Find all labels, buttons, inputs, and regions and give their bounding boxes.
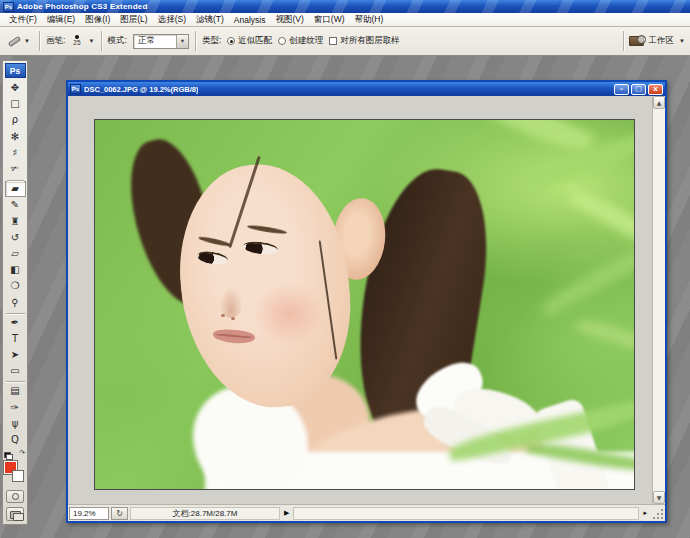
lasso-tool[interactable]: ρ	[5, 112, 26, 128]
menu-item[interactable]: 选择(S)	[153, 13, 191, 27]
scroll-right-icon[interactable]: ▸	[641, 509, 649, 517]
blend-mode-select[interactable]: 正常 ▼	[133, 34, 189, 49]
move-tool[interactable]: ✥	[5, 80, 26, 96]
options-bar: ▼ 画笔: 25 ▼ 模式: 正常 ▼ 类型: 近似匹配 创建纹理 对所有图层取…	[0, 27, 690, 56]
eyedropper-tool[interactable]: ✑	[5, 400, 26, 416]
bamboo-leaf	[567, 184, 635, 256]
zoom-tool[interactable]: Q	[5, 432, 26, 448]
horizontal-scrollbar[interactable]	[293, 507, 639, 520]
background-color-swatch[interactable]	[12, 470, 24, 482]
photoshop-window: Ps Adobe Photoshop CS3 Extended 文件(F)编辑(…	[0, 0, 690, 538]
divider	[101, 31, 102, 51]
tool-icon: ✒	[11, 318, 19, 328]
chevron-down-icon[interactable]: ▼	[89, 38, 95, 44]
maximize-button[interactable]: □	[631, 84, 646, 95]
crop-tool[interactable]: ♯	[5, 145, 26, 161]
eraser-tool[interactable]: ▱	[5, 246, 26, 262]
girl-nostril	[231, 317, 235, 320]
tool-icon: T	[12, 334, 18, 344]
chevron-down-icon: ▼	[176, 35, 188, 48]
vertical-scrollbar[interactable]: ▲ ▼	[652, 96, 665, 504]
dodge-tool[interactable]: ⚲	[5, 294, 26, 310]
radio-label: 创建纹理	[289, 35, 323, 47]
rectangular-marquee-tool[interactable]: □	[5, 96, 26, 112]
tool-icon: ◧	[10, 265, 19, 275]
quick-mask-button[interactable]	[6, 490, 24, 503]
tool-icon: ➤	[11, 350, 19, 360]
radio-icon	[227, 37, 235, 45]
menu-item[interactable]: 窗口(W)	[309, 13, 350, 27]
close-button[interactable]: x	[648, 84, 663, 95]
workspace-button-label[interactable]: 工作区	[649, 35, 675, 47]
pen-tool[interactable]: ✒	[5, 315, 26, 331]
photo-canvas[interactable]	[94, 119, 635, 490]
document-window: Ps DSC_0062.JPG @ 19.2%(RGB/8) – □ x	[66, 80, 667, 523]
menu-item[interactable]: 文件(F)	[4, 13, 42, 27]
history-brush-tool[interactable]: ↺	[5, 230, 26, 246]
tool-icon: ↺	[11, 233, 19, 243]
mode-label: 模式:	[108, 35, 127, 47]
gradient-tool[interactable]: ◧	[5, 262, 26, 278]
app-icon: Ps	[3, 2, 14, 12]
photoshop-logo: Ps	[5, 63, 26, 78]
path-selection-tool[interactable]: ➤	[5, 347, 26, 363]
radio-label: 近似匹配	[238, 35, 272, 47]
brush-size-value: 25	[73, 40, 80, 47]
menu-item[interactable]: Analysis	[229, 14, 271, 26]
hand-tool[interactable]: ψ	[5, 416, 26, 432]
status-menu-arrow-icon[interactable]: ▶	[282, 509, 291, 517]
zoom-level-input[interactable]: 19.2%	[69, 507, 109, 520]
tool-icon: ψ	[12, 419, 19, 429]
document-title: DSC_0062.JPG @ 19.2%(RGB/8)	[84, 85, 198, 94]
divider	[195, 31, 196, 51]
checkbox-label: 对所有图层取样	[340, 35, 400, 47]
type-tool[interactable]: T	[5, 331, 26, 347]
rectangle-tool[interactable]: ▭	[5, 363, 26, 379]
brush-label: 画笔:	[46, 35, 65, 47]
menu-item[interactable]: 帮助(H)	[350, 13, 389, 27]
tool-icon: ✻	[11, 132, 19, 142]
radio-proximity-match[interactable]: 近似匹配	[227, 35, 272, 47]
menu-item[interactable]: 滤镜(T)	[191, 13, 229, 27]
title-bar[interactable]: Ps Adobe Photoshop CS3 Extended	[0, 0, 690, 13]
resize-grip[interactable]	[651, 507, 664, 520]
bamboo-leaf	[575, 315, 635, 361]
tool-preset-picker[interactable]: ▼	[5, 37, 33, 45]
notes-tool[interactable]: ▤	[5, 383, 26, 399]
menu-item[interactable]: 图层(L)	[115, 13, 152, 27]
scroll-down-icon[interactable]: ▼	[653, 491, 665, 504]
scroll-up-icon[interactable]: ▲	[653, 96, 665, 109]
sample-all-layers-checkbox[interactable]: 对所有图层取样	[329, 35, 400, 47]
menu-item[interactable]: 图像(I)	[80, 13, 115, 27]
slice-tool[interactable]: ✃	[5, 161, 26, 177]
tool-icon: ♯	[13, 148, 18, 158]
radio-create-texture[interactable]: 创建纹理	[278, 35, 323, 47]
chevron-down-icon[interactable]: ▼	[679, 38, 685, 44]
status-flyout-button[interactable]: ↻	[111, 507, 128, 520]
document-title-bar[interactable]: Ps DSC_0062.JPG @ 19.2%(RGB/8) – □ x	[68, 82, 665, 96]
screen-mode-button[interactable]	[6, 507, 24, 521]
tool-icon: ▤	[10, 386, 19, 396]
document-icon: Ps	[70, 84, 81, 94]
spot-healing-brush-tool[interactable]: ▰	[5, 181, 26, 197]
canvas-area[interactable]: ▲ ▼	[68, 96, 665, 504]
tool-icon: ρ	[12, 115, 18, 125]
brush-preset-picker[interactable]: 25	[71, 35, 82, 47]
tool-icon: ✎	[11, 200, 19, 210]
menu-item[interactable]: 编辑(E)	[42, 13, 80, 27]
tool-list: ✥ □ ρ ✻ ♯ ✃ ▰ ✎ ♜ ↺	[4, 80, 26, 448]
tool-icon: ✑	[11, 403, 19, 413]
menu-item[interactable]: 视图(V)	[270, 13, 308, 27]
window-controls: – □ x	[614, 84, 663, 95]
brush-tool[interactable]: ✎	[5, 197, 26, 213]
toolbox-search-icon[interactable]	[629, 36, 644, 46]
quick-selection-tool[interactable]: ✻	[5, 129, 26, 145]
minimize-button[interactable]: –	[614, 84, 629, 95]
clone-stamp-tool[interactable]: ♜	[5, 214, 26, 230]
tool-icon: ⚲	[11, 298, 18, 308]
divider	[623, 31, 624, 51]
blur-tool[interactable]: ❍	[5, 278, 26, 294]
swap-colors-icon[interactable]: ↷	[19, 449, 25, 457]
default-colors-icon[interactable]	[4, 452, 11, 458]
tool-icon: ✥	[11, 83, 19, 93]
